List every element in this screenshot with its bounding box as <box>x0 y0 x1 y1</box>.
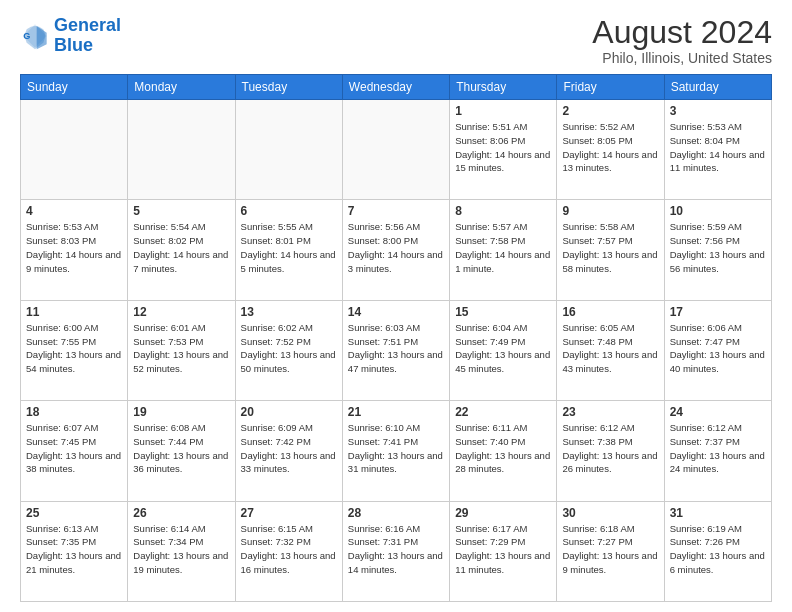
title-block: August 2024 Philo, Illinois, United Stat… <box>592 16 772 66</box>
calendar-cell: 2Sunrise: 5:52 AM Sunset: 8:05 PM Daylig… <box>557 100 664 200</box>
calendar-cell <box>128 100 235 200</box>
day-info: Sunrise: 6:09 AM Sunset: 7:42 PM Dayligh… <box>241 421 337 476</box>
calendar-cell: 14Sunrise: 6:03 AM Sunset: 7:51 PM Dayli… <box>342 300 449 400</box>
calendar-cell: 11Sunrise: 6:00 AM Sunset: 7:55 PM Dayli… <box>21 300 128 400</box>
calendar-cell: 18Sunrise: 6:07 AM Sunset: 7:45 PM Dayli… <box>21 401 128 501</box>
day-number: 16 <box>562 305 658 319</box>
logo: G General Blue <box>20 16 121 56</box>
calendar-table: SundayMondayTuesdayWednesdayThursdayFrid… <box>20 74 772 602</box>
svg-text:G: G <box>23 31 30 41</box>
calendar-cell: 15Sunrise: 6:04 AM Sunset: 7:49 PM Dayli… <box>450 300 557 400</box>
day-info: Sunrise: 6:04 AM Sunset: 7:49 PM Dayligh… <box>455 321 551 376</box>
day-number: 4 <box>26 204 122 218</box>
calendar-cell: 22Sunrise: 6:11 AM Sunset: 7:40 PM Dayli… <box>450 401 557 501</box>
day-info: Sunrise: 6:17 AM Sunset: 7:29 PM Dayligh… <box>455 522 551 577</box>
day-number: 31 <box>670 506 766 520</box>
day-info: Sunrise: 6:08 AM Sunset: 7:44 PM Dayligh… <box>133 421 229 476</box>
calendar-cell: 29Sunrise: 6:17 AM Sunset: 7:29 PM Dayli… <box>450 501 557 601</box>
calendar-cell: 19Sunrise: 6:08 AM Sunset: 7:44 PM Dayli… <box>128 401 235 501</box>
calendar-cell: 23Sunrise: 6:12 AM Sunset: 7:38 PM Dayli… <box>557 401 664 501</box>
calendar-cell: 5Sunrise: 5:54 AM Sunset: 8:02 PM Daylig… <box>128 200 235 300</box>
day-number: 6 <box>241 204 337 218</box>
day-number: 20 <box>241 405 337 419</box>
day-number: 14 <box>348 305 444 319</box>
calendar-cell: 1Sunrise: 5:51 AM Sunset: 8:06 PM Daylig… <box>450 100 557 200</box>
day-number: 25 <box>26 506 122 520</box>
week-row-5: 25Sunrise: 6:13 AM Sunset: 7:35 PM Dayli… <box>21 501 772 601</box>
calendar-cell: 12Sunrise: 6:01 AM Sunset: 7:53 PM Dayli… <box>128 300 235 400</box>
calendar-cell <box>235 100 342 200</box>
day-header-monday: Monday <box>128 75 235 100</box>
day-number: 2 <box>562 104 658 118</box>
day-number: 23 <box>562 405 658 419</box>
day-info: Sunrise: 6:11 AM Sunset: 7:40 PM Dayligh… <box>455 421 551 476</box>
calendar-cell: 16Sunrise: 6:05 AM Sunset: 7:48 PM Dayli… <box>557 300 664 400</box>
day-info: Sunrise: 5:58 AM Sunset: 7:57 PM Dayligh… <box>562 220 658 275</box>
logo-text: General Blue <box>54 16 121 56</box>
day-number: 28 <box>348 506 444 520</box>
logo-line2: Blue <box>54 35 93 55</box>
day-number: 5 <box>133 204 229 218</box>
calendar-cell: 9Sunrise: 5:58 AM Sunset: 7:57 PM Daylig… <box>557 200 664 300</box>
day-number: 10 <box>670 204 766 218</box>
calendar-cell: 7Sunrise: 5:56 AM Sunset: 8:00 PM Daylig… <box>342 200 449 300</box>
logo-icon: G <box>20 21 50 51</box>
calendar-cell <box>21 100 128 200</box>
day-number: 22 <box>455 405 551 419</box>
day-info: Sunrise: 6:02 AM Sunset: 7:52 PM Dayligh… <box>241 321 337 376</box>
calendar-cell: 21Sunrise: 6:10 AM Sunset: 7:41 PM Dayli… <box>342 401 449 501</box>
day-info: Sunrise: 5:59 AM Sunset: 7:56 PM Dayligh… <box>670 220 766 275</box>
day-info: Sunrise: 6:12 AM Sunset: 7:38 PM Dayligh… <box>562 421 658 476</box>
day-number: 9 <box>562 204 658 218</box>
calendar-cell: 30Sunrise: 6:18 AM Sunset: 7:27 PM Dayli… <box>557 501 664 601</box>
day-number: 18 <box>26 405 122 419</box>
day-info: Sunrise: 6:12 AM Sunset: 7:37 PM Dayligh… <box>670 421 766 476</box>
calendar-cell <box>342 100 449 200</box>
day-info: Sunrise: 5:53 AM Sunset: 8:03 PM Dayligh… <box>26 220 122 275</box>
day-number: 24 <box>670 405 766 419</box>
day-number: 8 <box>455 204 551 218</box>
day-info: Sunrise: 6:00 AM Sunset: 7:55 PM Dayligh… <box>26 321 122 376</box>
week-row-1: 1Sunrise: 5:51 AM Sunset: 8:06 PM Daylig… <box>21 100 772 200</box>
day-info: Sunrise: 6:13 AM Sunset: 7:35 PM Dayligh… <box>26 522 122 577</box>
day-number: 19 <box>133 405 229 419</box>
day-info: Sunrise: 5:53 AM Sunset: 8:04 PM Dayligh… <box>670 120 766 175</box>
day-number: 17 <box>670 305 766 319</box>
day-number: 1 <box>455 104 551 118</box>
day-number: 30 <box>562 506 658 520</box>
day-number: 13 <box>241 305 337 319</box>
calendar-cell: 28Sunrise: 6:16 AM Sunset: 7:31 PM Dayli… <box>342 501 449 601</box>
day-info: Sunrise: 6:15 AM Sunset: 7:32 PM Dayligh… <box>241 522 337 577</box>
day-info: Sunrise: 5:56 AM Sunset: 8:00 PM Dayligh… <box>348 220 444 275</box>
calendar-cell: 27Sunrise: 6:15 AM Sunset: 7:32 PM Dayli… <box>235 501 342 601</box>
week-row-4: 18Sunrise: 6:07 AM Sunset: 7:45 PM Dayli… <box>21 401 772 501</box>
calendar-cell: 3Sunrise: 5:53 AM Sunset: 8:04 PM Daylig… <box>664 100 771 200</box>
calendar-cell: 4Sunrise: 5:53 AM Sunset: 8:03 PM Daylig… <box>21 200 128 300</box>
day-header-thursday: Thursday <box>450 75 557 100</box>
day-info: Sunrise: 6:03 AM Sunset: 7:51 PM Dayligh… <box>348 321 444 376</box>
day-header-friday: Friday <box>557 75 664 100</box>
day-number: 21 <box>348 405 444 419</box>
day-header-wednesday: Wednesday <box>342 75 449 100</box>
day-info: Sunrise: 5:55 AM Sunset: 8:01 PM Dayligh… <box>241 220 337 275</box>
day-info: Sunrise: 6:01 AM Sunset: 7:53 PM Dayligh… <box>133 321 229 376</box>
logo-line1: General <box>54 15 121 35</box>
day-info: Sunrise: 6:05 AM Sunset: 7:48 PM Dayligh… <box>562 321 658 376</box>
day-info: Sunrise: 5:52 AM Sunset: 8:05 PM Dayligh… <box>562 120 658 175</box>
day-number: 7 <box>348 204 444 218</box>
day-number: 3 <box>670 104 766 118</box>
day-number: 27 <box>241 506 337 520</box>
day-info: Sunrise: 6:14 AM Sunset: 7:34 PM Dayligh… <box>133 522 229 577</box>
calendar-cell: 31Sunrise: 6:19 AM Sunset: 7:26 PM Dayli… <box>664 501 771 601</box>
day-header-row: SundayMondayTuesdayWednesdayThursdayFrid… <box>21 75 772 100</box>
day-info: Sunrise: 6:16 AM Sunset: 7:31 PM Dayligh… <box>348 522 444 577</box>
day-info: Sunrise: 6:18 AM Sunset: 7:27 PM Dayligh… <box>562 522 658 577</box>
header: G General Blue August 2024 Philo, Illino… <box>20 16 772 66</box>
day-info: Sunrise: 6:19 AM Sunset: 7:26 PM Dayligh… <box>670 522 766 577</box>
week-row-2: 4Sunrise: 5:53 AM Sunset: 8:03 PM Daylig… <box>21 200 772 300</box>
day-info: Sunrise: 5:51 AM Sunset: 8:06 PM Dayligh… <box>455 120 551 175</box>
calendar-cell: 10Sunrise: 5:59 AM Sunset: 7:56 PM Dayli… <box>664 200 771 300</box>
day-number: 12 <box>133 305 229 319</box>
day-number: 15 <box>455 305 551 319</box>
day-info: Sunrise: 5:54 AM Sunset: 8:02 PM Dayligh… <box>133 220 229 275</box>
